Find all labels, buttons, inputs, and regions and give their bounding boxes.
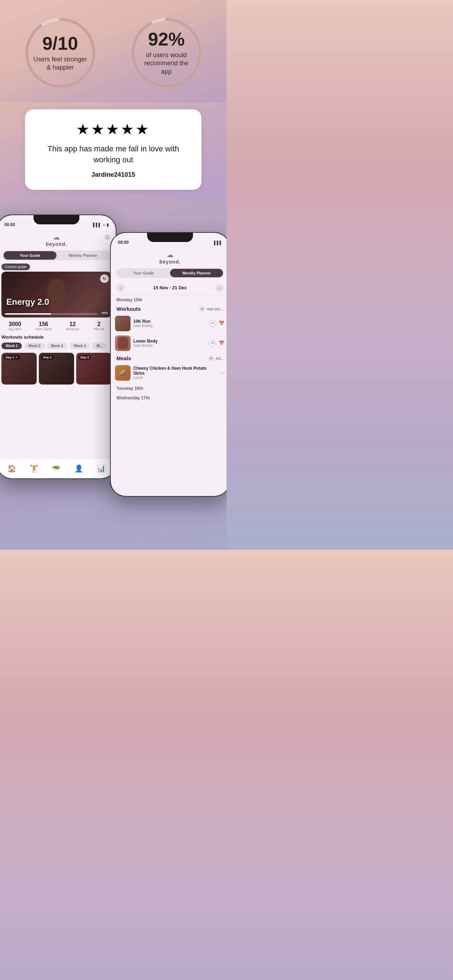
add-meal-icon: + (208, 355, 214, 361)
phone-screen-left: 08:00 ▌▌▌ ⌣ ▮ ☁ beyond. ⚙ (0, 215, 116, 478)
stat-workouts: 12 Workouts (66, 321, 79, 331)
nav-meals-icon[interactable]: 🥗 (50, 462, 63, 475)
stat-mins-spent: 156 Mins Spent (36, 321, 51, 331)
stat-val-kg: 3000 (8, 321, 21, 328)
stat-label-left: Users feel stronger & happier (32, 56, 89, 72)
tab-weekly-planner-left[interactable]: Weekly Planner (56, 251, 110, 259)
guide-title: Energy 2.0 (6, 297, 49, 307)
workouts-section-header: Workouts + Add Wo... (111, 304, 227, 313)
stat-number-left: 9/10 (32, 34, 89, 52)
tab-your-guide-right[interactable]: Your Guide (117, 269, 170, 277)
day-card-2[interactable]: Day 2 (39, 353, 74, 385)
workout-item-lower: Lower Body User Activity ✕ 📅 (111, 333, 227, 353)
battery-icon: ▮ (106, 223, 109, 227)
workout-name-run: 10K Run (134, 319, 206, 324)
review-text: This app has made me fall in love with w… (39, 143, 188, 165)
date-nav-prev[interactable]: ‹ (116, 284, 125, 292)
workout-name-lower: Lower Body (134, 339, 206, 344)
stat-unit-workouts: Workouts (66, 328, 79, 331)
status-icons-right: ▌▌▌ (214, 240, 222, 245)
week-tabs: Week 1 Week 2 Week 3 Week 4 W... (0, 341, 116, 351)
meal-type-chicken: Lunch (134, 376, 218, 380)
week-tab-5[interactable]: W... (92, 342, 106, 349)
workouts-schedule-title: Workouts schedule (0, 333, 116, 341)
stat-val-mins: 156 (36, 321, 51, 328)
nav-profile-icon[interactable]: 👤 (72, 462, 85, 475)
app-content-right: ☁ beyond. Your Guide Weekly Planner ‹ 15… (111, 247, 227, 496)
stat-unit-kg: Kg Lifted (8, 328, 21, 331)
week-tab-4[interactable]: Week 4 (70, 342, 90, 349)
stat-circle-right: 92% of users would recommend the app (128, 14, 205, 92)
signal-icon: ▌▌▌ (93, 223, 101, 227)
current-guide-label: Current guide (2, 264, 30, 270)
stat-val-pbs: 2 (94, 321, 105, 328)
status-time-right: 08:00 (118, 240, 129, 245)
progress-label: 50% (102, 311, 108, 315)
nav-home-icon[interactable]: 🏠 (5, 462, 18, 475)
tab-your-guide-left[interactable]: Your Guide (3, 251, 56, 259)
phone-notch-left (33, 215, 79, 224)
calendar-workout-lower-btn[interactable]: 📅 (218, 340, 225, 347)
stat-kg-lifted: 3000 Kg Lifted (8, 321, 21, 331)
meals-title: Meals (116, 355, 131, 361)
stat-label-right: of users would recommend the app (138, 51, 195, 76)
workouts-title: Workouts (116, 306, 141, 312)
tab-weekly-planner-right[interactable]: Weekly Planner (170, 269, 223, 277)
date-range: 15 Nov - 21 Dec (153, 285, 187, 290)
tab-switcher-left: Your Guide Weekly Planner (3, 250, 110, 260)
workout-thumb-run (115, 316, 130, 331)
settings-icon-left[interactable]: ⚙ (105, 234, 110, 241)
signal-icon-right: ▌▌▌ (214, 240, 222, 245)
meal-thumb-chicken: 🥔 (115, 365, 130, 381)
workout-type-run: User Activity (134, 324, 206, 328)
stats-row-left: 3000 Kg Lifted 156 Mins Spent 12 Workout… (0, 318, 116, 333)
week-tab-2[interactable]: Week 2 (24, 342, 45, 349)
workout-item-run: 10K Run User Activity ✕ 📅 (111, 313, 227, 333)
remove-workout-run-btn[interactable]: ✕ (209, 320, 216, 327)
progress-bar-container: 50% (5, 313, 97, 315)
stat-pbs-hit: 2 PBs Hit (94, 321, 105, 331)
app-content-left: ☁ beyond. ⚙ Your Guide Weekly Planner Cu… (0, 229, 116, 478)
phone-notch-right (147, 233, 193, 242)
review-card: ★★★★★ This app has made me fall in love … (25, 109, 202, 190)
workout-info-lower: Lower Body User Activity (134, 339, 206, 347)
cloud-icon-left: ☁ (46, 233, 67, 241)
phone-screen-right: 08:00 ▌▌▌ ☁ beyond. Your Gu (111, 233, 227, 496)
nav-workout-icon[interactable]: 🏋 (27, 462, 41, 475)
bottom-nav-left: 🏠 🏋 🥗 👤 📊 (0, 458, 116, 478)
stat-unit-pbs: PBs Hit (94, 328, 105, 331)
phones-wrapper: 08:00 ▌▌▌ ⌣ ▮ ☁ beyond. ⚙ (0, 211, 227, 528)
tab-switcher-right: Your Guide Weekly Planner (116, 268, 224, 278)
add-workout-label: Add Wo... (207, 307, 224, 311)
add-meal-btn[interactable]: + Ad... (208, 355, 224, 361)
phones-section: 08:00 ▌▌▌ ⌣ ▮ ☁ beyond. ⚙ (0, 200, 227, 550)
stat-number-right: 92% (138, 30, 195, 48)
workout-actions-run: ✕ 📅 (209, 320, 225, 327)
week-tab-1[interactable]: Week 1 (2, 342, 22, 349)
app-header-right: ☁ beyond. (111, 247, 227, 267)
day-card-1[interactable]: Day 1 ✓ (2, 353, 37, 385)
wifi-icon: ⌣ (103, 223, 105, 227)
workout-actions-lower: ✕ 📅 (209, 340, 225, 347)
week-tab-3[interactable]: Week 3 (47, 342, 67, 349)
workout-type-lower: User Activity (134, 344, 206, 347)
nav-stats-icon[interactable]: 📊 (95, 462, 108, 475)
app-logo-right: ☁ beyond. (159, 250, 181, 264)
calendar-workout-run-btn[interactable]: 📅 (218, 320, 225, 327)
day-label-3: Day 3 (78, 355, 91, 360)
add-workout-btn[interactable]: + Add Wo... (199, 306, 224, 312)
date-nav-next[interactable]: › (215, 284, 224, 292)
meal-action-chicken[interactable]: ↩ (221, 370, 225, 376)
review-stars: ★★★★★ (39, 121, 188, 138)
app-header-left: ☁ beyond. ⚙ (0, 229, 116, 249)
status-icons-left: ▌▌▌ ⌣ ▮ (93, 223, 109, 227)
day-card-3[interactable]: Day 3 (76, 353, 111, 385)
progress-bar-fill (5, 313, 51, 315)
refresh-icon[interactable]: ↻ (100, 274, 109, 283)
remove-workout-lower-btn[interactable]: ✕ (209, 340, 216, 347)
date-nav: ‹ 15 Nov - 21 Dec › (111, 281, 227, 295)
stat-unit-mins: Mins Spent (36, 328, 51, 331)
review-author: Jardine241015 (39, 171, 188, 178)
day-cards: Day 1 ✓ Day 2 Day 3 (0, 351, 116, 387)
meal-item-chicken: 🥔 Cheesy Chicken & Ham Hock Potato Skins… (111, 363, 227, 383)
